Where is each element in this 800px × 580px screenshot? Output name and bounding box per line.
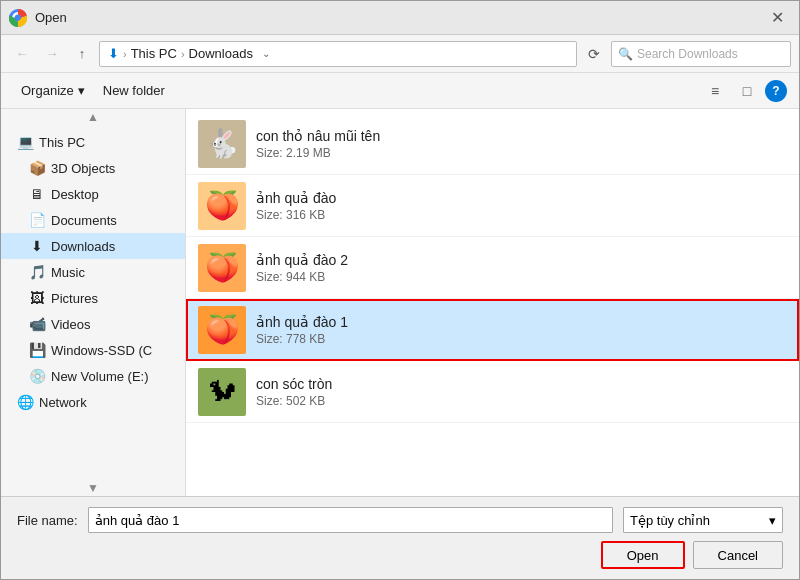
breadcrumb-bar[interactable]: ⬇ › This PC › Downloads ⌄ [99, 41, 577, 67]
layout-button[interactable]: □ [733, 78, 761, 104]
sidebar-label-music: Music [51, 265, 85, 280]
sidebar-icon-videos: 📹 [29, 316, 45, 332]
sidebar-label-network: Network [39, 395, 87, 410]
new-folder-button[interactable]: New folder [95, 80, 173, 101]
download-arrow-icon: ⬇ [108, 46, 119, 61]
sidebar-item-music[interactable]: 🎵Music [1, 259, 185, 285]
filetype-select[interactable]: Tệp tùy chỉnh ▾ [623, 507, 783, 533]
organize-button[interactable]: Organize ▾ [13, 80, 93, 101]
bottom-bar: File name: Tệp tùy chỉnh ▾ Open Cancel [1, 496, 799, 579]
sidebar-label-3d-objects: 3D Objects [51, 161, 115, 176]
file-size-peach: Size: 316 KB [256, 208, 787, 222]
view-button[interactable]: ≡ [701, 78, 729, 104]
sidebar-label-pictures: Pictures [51, 291, 98, 306]
sidebar-icon-pictures: 🖼 [29, 290, 45, 306]
sidebar-icon-desktop: 🖥 [29, 186, 45, 202]
up-button[interactable]: ↑ [69, 41, 95, 67]
sidebar-item-windows-ssd[interactable]: 💾Windows-SSD (C [1, 337, 185, 363]
search-placeholder: Search Downloads [637, 47, 738, 61]
file-thumbnail-peach2: 🍑 [198, 244, 246, 292]
file-size-peach2: Size: 944 KB [256, 270, 787, 284]
sidebar-icon-network: 🌐 [17, 394, 33, 410]
open-button[interactable]: Open [601, 541, 685, 569]
breadcrumb-chevron-icon[interactable]: ⌄ [257, 45, 275, 63]
sidebar-item-this-pc[interactable]: 💻This PC [1, 129, 185, 155]
sidebar-icon-new-volume: 💿 [29, 368, 45, 384]
filetype-chevron-icon: ▾ [769, 513, 776, 528]
file-size-peach1: Size: 778 KB [256, 332, 787, 346]
nav-bar: ← → ↑ ⬇ › This PC › Downloads ⌄ ⟳ 🔍 Sear… [1, 35, 799, 73]
sidebar-icon-documents: 📄 [29, 212, 45, 228]
sidebar-icon-music: 🎵 [29, 264, 45, 280]
file-size-squirrel: Size: 502 KB [256, 394, 787, 408]
file-item-peach1[interactable]: 🍑ảnh quả đào 1Size: 778 KB [186, 299, 799, 361]
open-dialog: Open ✕ ← → ↑ ⬇ › This PC › Downloads ⌄ ⟳… [0, 0, 800, 580]
file-name-peach1: ảnh quả đào 1 [256, 314, 787, 330]
forward-button[interactable]: → [39, 41, 65, 67]
sidebar-label-windows-ssd: Windows-SSD (C [51, 343, 152, 358]
sidebar: ▲ 💻This PC📦3D Objects🖥Desktop📄Documents⬇… [1, 109, 186, 496]
file-name-peach: ảnh quả đào [256, 190, 787, 206]
title-bar: Open ✕ [1, 1, 799, 35]
cancel-button[interactable]: Cancel [693, 541, 783, 569]
file-thumbnail-peach: 🍑 [198, 182, 246, 230]
file-item-squirrel[interactable]: 🐿con sóc trònSize: 502 KB [186, 361, 799, 423]
file-name-squirrel: con sóc tròn [256, 376, 787, 392]
file-thumbnail-squirrel: 🐿 [198, 368, 246, 416]
sidebar-label-new-volume: New Volume (E:) [51, 369, 149, 384]
breadcrumb-sep2: › [181, 48, 185, 60]
file-thumbnail-rabbit: 🐇 [198, 120, 246, 168]
sidebar-icon-downloads: ⬇ [29, 238, 45, 254]
main-area: ▲ 💻This PC📦3D Objects🖥Desktop📄Documents⬇… [1, 109, 799, 496]
sidebar-label-documents: Documents [51, 213, 117, 228]
sidebar-label-downloads: Downloads [51, 239, 115, 254]
help-button[interactable]: ? [765, 80, 787, 102]
file-name-peach2: ảnh quả đào 2 [256, 252, 787, 268]
file-list: 🐇con thỏ nâu mũi tênSize: 2.19 MB🍑ảnh qu… [186, 109, 799, 496]
sidebar-icon-windows-ssd: 💾 [29, 342, 45, 358]
breadcrumb-sep1: › [123, 48, 127, 60]
sidebar-item-pictures[interactable]: 🖼Pictures [1, 285, 185, 311]
sidebar-scroll-down[interactable]: ▼ [1, 480, 185, 496]
sidebar-item-downloads[interactable]: ⬇Downloads [1, 233, 185, 259]
organize-chevron-icon: ▾ [78, 83, 85, 98]
sidebar-item-documents[interactable]: 📄Documents [1, 207, 185, 233]
file-name-rabbit: con thỏ nâu mũi tên [256, 128, 787, 144]
file-item-peach2[interactable]: 🍑ảnh quả đào 2Size: 944 KB [186, 237, 799, 299]
action-row: Open Cancel [17, 541, 783, 569]
sidebar-scroll-up[interactable]: ▲ [1, 109, 185, 125]
dialog-title: Open [35, 10, 763, 25]
chrome-icon [9, 9, 27, 27]
sidebar-item-new-volume[interactable]: 💿New Volume (E:) [1, 363, 185, 389]
filename-input[interactable] [88, 507, 613, 533]
filetype-value: Tệp tùy chỉnh [630, 513, 710, 528]
close-button[interactable]: ✕ [763, 4, 791, 32]
sidebar-item-network[interactable]: 🌐Network [1, 389, 185, 415]
toolbar: Organize ▾ New folder ≡ □ ? [1, 73, 799, 109]
search-box[interactable]: 🔍 Search Downloads [611, 41, 791, 67]
back-button[interactable]: ← [9, 41, 35, 67]
file-size-rabbit: Size: 2.19 MB [256, 146, 787, 160]
sidebar-label-desktop: Desktop [51, 187, 99, 202]
file-item-rabbit[interactable]: 🐇con thỏ nâu mũi tênSize: 2.19 MB [186, 113, 799, 175]
sidebar-icon-this-pc: 💻 [17, 134, 33, 150]
refresh-button[interactable]: ⟳ [581, 41, 607, 67]
sidebar-item-videos[interactable]: 📹Videos [1, 311, 185, 337]
search-icon: 🔍 [618, 47, 633, 61]
breadcrumb-thispc[interactable]: This PC [131, 46, 177, 61]
sidebar-scroll: 💻This PC📦3D Objects🖥Desktop📄Documents⬇Do… [1, 125, 185, 480]
toolbar-right: ≡ □ ? [701, 78, 787, 104]
sidebar-icon-3d-objects: 📦 [29, 160, 45, 176]
breadcrumb-downloads[interactable]: Downloads [189, 46, 253, 61]
sidebar-item-desktop[interactable]: 🖥Desktop [1, 181, 185, 207]
file-item-peach[interactable]: 🍑ảnh quả đàoSize: 316 KB [186, 175, 799, 237]
file-thumbnail-peach1: 🍑 [198, 306, 246, 354]
sidebar-label-videos: Videos [51, 317, 91, 332]
sidebar-label-this-pc: This PC [39, 135, 85, 150]
sidebar-item-3d-objects[interactable]: 📦3D Objects [1, 155, 185, 181]
filename-row: File name: Tệp tùy chỉnh ▾ [17, 507, 783, 533]
filename-label: File name: [17, 513, 78, 528]
